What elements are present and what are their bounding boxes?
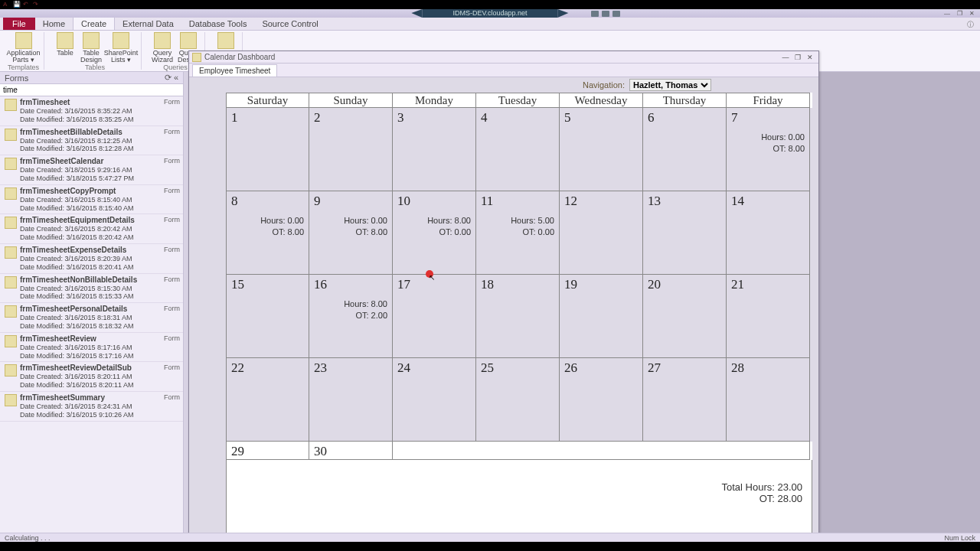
calendar-cell[interactable]: 18 (476, 275, 560, 358)
calendar-cell[interactable]: 3 (393, 108, 476, 191)
tab-home[interactable]: Home (35, 18, 73, 30)
calendar-cell[interactable]: 25 (476, 358, 560, 442)
day-header: Thursday (643, 93, 727, 108)
calendar-cell[interactable]: 28 (727, 358, 810, 442)
tab-source-control[interactable]: Source Control (254, 18, 325, 30)
calendar-cell[interactable]: 29 (226, 442, 309, 460)
sub-restore-icon[interactable]: ❐ (792, 54, 803, 61)
calendar-cell[interactable]: 10Hours: 8.00OT: 0.00 (393, 191, 476, 275)
calendar-cell[interactable]: 14 (727, 191, 810, 275)
nav-header[interactable]: Forms (5, 73, 28, 83)
ribbon-tabs: File Home Create External Data Database … (0, 18, 980, 31)
status-bar: Calculating . . . Num Lock (0, 533, 980, 542)
calendar-cell[interactable]: 11Hours: 5.00OT: 0.00 (476, 191, 560, 275)
calendar-cell[interactable]: 20 (643, 275, 727, 358)
day-header: Tuesday (476, 93, 560, 108)
save-icon[interactable]: 💾 (13, 1, 21, 8)
calendar-cell[interactable]: 21 (727, 275, 810, 358)
nav-item[interactable]: frmTimesheetExpenseDetailsDate Created: … (0, 244, 183, 274)
calendar-cell[interactable]: 6 (643, 108, 727, 191)
table-button[interactable]: Table (54, 32, 77, 64)
nav-item[interactable]: frmTimesheetPersonalDetailsDate Created:… (0, 303, 183, 333)
tab-external-data[interactable]: External Data (115, 18, 181, 30)
calendar-cell[interactable]: 16Hours: 8.00OT: 2.00 (309, 275, 393, 358)
form-icon (5, 246, 17, 259)
form-icon (5, 364, 17, 377)
calendar-cell[interactable]: 15 (226, 275, 309, 358)
nav-item[interactable]: frmTimesheetSummaryDate Created: 3/16/20… (0, 392, 183, 422)
calendar-cell[interactable]: 24 (393, 358, 476, 442)
outer-restore-icon[interactable]: ❐ (954, 10, 965, 17)
employee-select[interactable]: Hazlett, Thomas (629, 79, 711, 91)
calendar-cell[interactable]: 17 (393, 275, 476, 358)
nav-search-input[interactable] (0, 84, 183, 96)
calendar-cell[interactable]: 2 (309, 108, 393, 191)
restore-icon[interactable] (602, 11, 609, 17)
tab-employee-timesheet[interactable]: Employee Timesheet (192, 64, 277, 77)
sharepoint-lists-button[interactable]: SharePoint Lists ▾ (106, 32, 136, 64)
day-header: Sunday (309, 93, 393, 108)
calendar-cell[interactable]: 1 (226, 108, 309, 191)
nav-refresh-icon[interactable]: ⟳ (165, 73, 172, 83)
redo-icon[interactable]: ↷ (33, 1, 41, 8)
query-wizard-button[interactable]: Query Wizard (151, 32, 174, 64)
window-titlebar: A 💾 ↶ ↷ IDMS-DEV.cloudapp.net — ❐ ✕ (0, 9, 980, 18)
nav-item[interactable]: frmTimesheetBillableDetailsDate Created:… (0, 126, 183, 156)
calendar-cell[interactable]: 23 (309, 358, 393, 442)
calendar-cell[interactable]: 7Hours: 0.00OT: 8.00 (727, 108, 810, 191)
outer-close-icon[interactable]: ✕ (966, 10, 977, 17)
calendar-cell[interactable]: 5 (560, 108, 643, 191)
calendar-cell[interactable]: 9Hours: 0.00OT: 8.00 (309, 191, 393, 275)
nav-item[interactable]: frmTimeSheetCalendarDate Created: 3/18/2… (0, 155, 183, 185)
navigation-label: Navigation: (583, 80, 625, 90)
calendar-cell[interactable]: 22 (226, 358, 309, 442)
file-tab[interactable]: File (3, 18, 35, 30)
nav-item[interactable]: frmTimesheetReviewDate Created: 3/16/201… (0, 333, 183, 363)
help-icon[interactable]: ⓘ (961, 20, 980, 30)
group-caption: Tables (85, 64, 105, 71)
calendar-cell[interactable]: 13 (643, 191, 727, 275)
calendar-cell[interactable]: 27 (643, 358, 727, 442)
minimize-icon[interactable] (591, 11, 599, 17)
close-icon[interactable] (612, 11, 620, 17)
day-header: Monday (393, 93, 476, 108)
outer-minimize-icon[interactable]: — (942, 10, 952, 17)
form-icon (5, 187, 17, 200)
calendar-cell[interactable]: 30 (309, 442, 393, 460)
group-caption: Queries (163, 64, 188, 71)
sub-close-icon[interactable]: ✕ (805, 54, 815, 61)
calendar-totals: Total Hours: 23.00 OT: 28.00 (226, 460, 812, 536)
undo-icon[interactable]: ↶ (23, 1, 31, 8)
numlock-indicator: Num Lock (944, 534, 975, 542)
application-parts-button[interactable]: Application Parts ▾ (8, 32, 39, 64)
day-header: Saturday (226, 93, 309, 108)
subwindow-title: Calendar Dashboard (204, 53, 275, 61)
calendar-cell[interactable]: 8Hours: 0.00OT: 8.00 (226, 191, 309, 275)
calendar-cell[interactable]: 12 (560, 191, 643, 275)
form-icon (5, 99, 17, 111)
nav-item[interactable]: frmTimesheetReviewDetailSubDate Created:… (0, 362, 183, 392)
app-icon: A (3, 1, 11, 8)
day-header: Wednesday (560, 93, 643, 108)
calendar-dashboard-window: Calendar Dashboard — ❐ ✕ Employee Timesh… (188, 51, 819, 536)
calendar-cell[interactable]: 19 (560, 275, 643, 358)
nav-item[interactable]: frmTimesheetDate Created: 3/16/2015 8:35… (0, 96, 183, 126)
nav-item[interactable]: frmTimesheetCopyPromptDate Created: 3/16… (0, 185, 183, 215)
calendar-cell-empty (393, 442, 810, 460)
form-icon (5, 276, 17, 289)
sub-minimize-icon[interactable]: — (780, 54, 791, 61)
form-icon (192, 53, 201, 62)
window-title: IDMS-DEV.cloudapp.net (422, 9, 557, 18)
nav-collapse-icon[interactable]: « (174, 73, 178, 83)
calendar-cell[interactable]: 4 (476, 108, 560, 191)
nav-item[interactable]: frmTimesheetEquipmentDetailsDate Created… (0, 214, 183, 244)
calendar-cell[interactable]: 26 (560, 358, 643, 442)
form-icon (5, 305, 17, 318)
group-caption: Templates (8, 64, 39, 71)
form-icon (5, 158, 17, 170)
form-icon (5, 129, 17, 141)
tab-create[interactable]: Create (73, 17, 115, 30)
nav-item[interactable]: frmTimesheetNonBillableDetailsDate Creat… (0, 274, 183, 304)
tab-database-tools[interactable]: Database Tools (181, 18, 255, 30)
table-design-button[interactable]: Table Design (80, 32, 103, 64)
